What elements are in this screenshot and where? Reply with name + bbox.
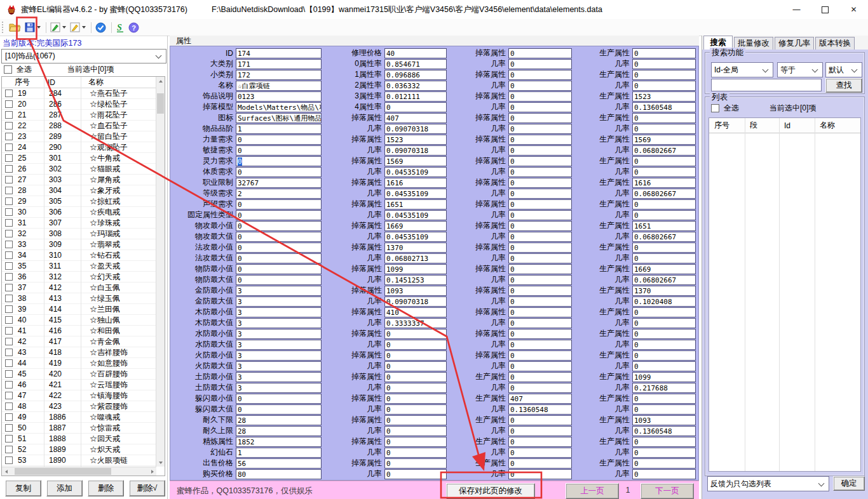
property-input[interactable]: 1569: [384, 156, 447, 166]
list-item[interactable]: 37412☆白玉佩: [2, 283, 165, 293]
row-checkbox[interactable]: [5, 154, 13, 162]
property-input[interactable]: 0.09070318: [384, 145, 447, 156]
row-checkbox[interactable]: [5, 359, 13, 367]
edit-tool-button-1[interactable]: [50, 21, 66, 34]
property-input[interactable]: 0.06802713: [384, 253, 447, 263]
list-item[interactable]: 35311☆盈天戒: [2, 261, 165, 272]
row-checkbox[interactable]: [5, 446, 13, 453]
property-input[interactable]: 0: [632, 59, 696, 69]
property-input[interactable]: 0: [508, 253, 572, 263]
property-input[interactable]: 0: [508, 437, 572, 447]
minimize-button[interactable]: —: [782, 0, 811, 19]
row-checkbox[interactable]: [5, 111, 13, 119]
search-field-dropdown[interactable]: Id-全局: [711, 62, 773, 77]
property-input[interactable]: 1852: [236, 437, 322, 447]
property-input[interactable]: 0: [632, 167, 696, 177]
property-input[interactable]: 0.1360548: [632, 426, 696, 436]
row-checkbox[interactable]: [5, 424, 13, 432]
prev-page-button[interactable]: 上一页: [566, 483, 619, 499]
property-input[interactable]: 0.06802667: [632, 189, 696, 199]
property-input[interactable]: 1523: [632, 91, 696, 102]
list-item[interactable]: 23289☆留白坠子: [2, 131, 165, 142]
list-item[interactable]: 521889☆炽天戒: [2, 444, 165, 455]
list-item[interactable]: 38413☆绿玉佩: [2, 293, 165, 304]
row-checkbox[interactable]: [5, 349, 13, 356]
property-input[interactable]: 0.217688: [632, 383, 696, 393]
property-input[interactable]: 0: [632, 210, 696, 220]
property-input[interactable]: 0: [508, 124, 572, 134]
property-input[interactable]: 0: [508, 350, 572, 361]
property-input[interactable]: 3: [236, 340, 322, 350]
property-input[interactable]: 0: [508, 469, 572, 479]
column-header-id[interactable]: ID: [44, 78, 85, 87]
property-input[interactable]: 0: [508, 59, 572, 69]
vertical-scrollbar[interactable]: [156, 77, 165, 467]
scroll-right-button[interactable]: [148, 467, 156, 476]
list-item[interactable]: 41416☆和田佩: [2, 326, 165, 336]
property-input[interactable]: 0: [632, 437, 696, 447]
property-input[interactable]: 0: [384, 404, 447, 415]
maximize-button[interactable]: [811, 0, 839, 19]
property-input[interactable]: 1093: [632, 415, 696, 425]
row-checkbox[interactable]: [5, 370, 13, 378]
property-input[interactable]: 0: [632, 243, 696, 253]
row-checkbox[interactable]: [5, 133, 13, 140]
property-input[interactable]: 1: [236, 124, 322, 134]
row-checkbox[interactable]: [5, 403, 13, 410]
property-input[interactable]: 0.1360548: [508, 404, 572, 415]
row-checkbox[interactable]: [5, 165, 13, 173]
row-checkbox[interactable]: [5, 90, 13, 97]
list-item[interactable]: 47422☆镇海腰饰: [2, 390, 165, 401]
save-page-button[interactable]: 保存对此页的修改: [446, 483, 535, 499]
row-checkbox[interactable]: [5, 187, 13, 194]
property-input[interactable]: 28: [236, 415, 322, 425]
list-item[interactable]: 19284☆燕石坠子: [2, 88, 165, 99]
property-input[interactable]: 0.04535109: [384, 210, 447, 220]
property-input[interactable]: 1616: [632, 178, 696, 188]
property-input[interactable]: 0: [508, 70, 572, 80]
property-input[interactable]: 2: [236, 189, 322, 199]
property-input[interactable]: 1651: [384, 199, 447, 210]
edit-tool-button-2[interactable]: [70, 21, 86, 34]
property-input[interactable]: Surfaces\图标\通用物品: [236, 113, 322, 123]
column-header-name[interactable]: 名称: [85, 77, 165, 88]
property-input[interactable]: 0: [632, 48, 696, 58]
property-input[interactable]: 1370: [632, 286, 696, 296]
property-input[interactable]: 1669: [384, 221, 447, 231]
property-input[interactable]: ☆白霖项链: [236, 81, 322, 91]
row-checkbox[interactable]: [5, 273, 13, 281]
property-input[interactable]: 0: [632, 469, 696, 479]
property-input[interactable]: 0: [632, 156, 696, 166]
list-item[interactable]: 46421☆云瑶腰饰: [2, 380, 165, 390]
list-item[interactable]: 25301☆牛角戒: [2, 153, 165, 164]
list-item[interactable]: 24290☆观澜坠子: [2, 142, 165, 153]
column-header-name[interactable]: 名称: [815, 120, 835, 131]
list-item[interactable]: 42417☆青金佩: [2, 336, 165, 347]
help-button[interactable]: ?: [128, 21, 139, 34]
property-input[interactable]: 0: [508, 458, 572, 469]
property-input[interactable]: 0.06802667: [632, 275, 696, 285]
property-input[interactable]: 0: [236, 232, 322, 242]
property-input[interactable]: 0: [508, 232, 572, 242]
property-input[interactable]: 0: [384, 448, 447, 458]
column-header-segment[interactable]: 段: [745, 120, 779, 131]
copy-button[interactable]: 复制: [5, 480, 41, 496]
property-input[interactable]: 0: [508, 156, 572, 166]
property-input[interactable]: 0: [508, 307, 572, 317]
property-input[interactable]: 0: [236, 167, 322, 177]
property-input[interactable]: 410: [384, 307, 447, 317]
category-dropdown[interactable]: [10]饰品(1067): [1, 49, 166, 63]
row-checkbox[interactable]: [5, 143, 13, 151]
property-input[interactable]: 0: [508, 426, 572, 436]
right-select-all-checkbox[interactable]: [711, 104, 719, 112]
property-input[interactable]: 80: [236, 469, 322, 479]
property-input[interactable]: 0: [508, 296, 572, 307]
property-input[interactable]: 56: [236, 458, 322, 469]
property-input[interactable]: 0: [632, 113, 696, 123]
scrollbar-thumb[interactable]: [15, 468, 111, 475]
property-input[interactable]: 1099: [632, 372, 696, 382]
property-input[interactable]: 0: [508, 415, 572, 425]
property-input[interactable]: 0: [508, 113, 572, 123]
property-input[interactable]: 0: [236, 404, 322, 415]
save-dropdown-caret[interactable]: [37, 26, 41, 29]
